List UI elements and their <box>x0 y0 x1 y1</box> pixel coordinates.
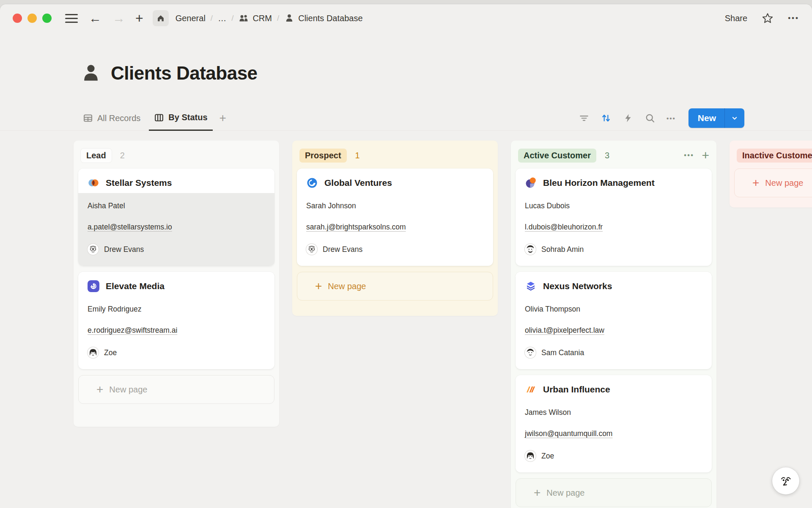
column-prospect: Prospect 1 Global Ventures Sarah Johnson… <box>292 141 498 316</box>
plus-icon: + <box>96 384 103 395</box>
column-count: 2 <box>120 151 125 160</box>
column-active-customer: Active Customer 3 ••• + Bleu Horizon Man… <box>511 141 716 508</box>
breadcrumb-separator: / <box>231 14 233 23</box>
forward-arrow-icon[interactable]: → <box>112 12 125 25</box>
new-record-button[interactable]: New <box>689 108 744 128</box>
status-badge-inactive-customer[interactable]: Inactive Customer <box>737 149 812 163</box>
breadcrumb-general[interactable]: General <box>176 14 206 23</box>
owner-name: Zoe <box>104 348 117 357</box>
contact-email-link[interactable]: a.patel@stellarsystems.io <box>88 223 265 232</box>
contact-email-link[interactable]: olivia.t@pixelperfect.law <box>525 326 702 335</box>
new-page-button-inactive-customer[interactable]: + New page <box>734 168 812 197</box>
view-options-icon[interactable]: ••• <box>667 115 676 122</box>
sam-avatar <box>525 347 536 358</box>
contact-email-link[interactable]: sarah.j@brightsparksolns.com <box>306 223 484 232</box>
person-icon <box>284 13 294 23</box>
minimize-window-button[interactable] <box>27 14 37 23</box>
tab-all-records[interactable]: All Records <box>78 106 145 131</box>
tab-by-status[interactable]: By Status <box>149 106 212 131</box>
contact-email-link[interactable]: e.rodriguez@swiftstream.ai <box>88 326 265 335</box>
close-window-button[interactable] <box>13 14 22 23</box>
card-global-ventures[interactable]: Global Ventures Sarah Johnson sarah.j@br… <box>297 168 493 266</box>
card-nexus-networks[interactable]: Nexus Networks Olivia Thompson olivia.t@… <box>516 272 712 369</box>
breadcrumb-separator: / <box>211 14 213 23</box>
stripes-icon <box>525 384 537 395</box>
sort-icon[interactable] <box>601 113 612 124</box>
page-header: Clients Database <box>80 63 258 84</box>
new-button-label: New <box>689 113 724 123</box>
assistant-face-button[interactable] <box>772 467 799 494</box>
new-page-button-active-customer[interactable]: + New page <box>516 478 712 507</box>
search-icon[interactable] <box>645 113 656 124</box>
chevron-down-icon[interactable] <box>725 114 744 122</box>
zoe-avatar <box>525 450 536 461</box>
back-arrow-icon[interactable]: ← <box>89 12 102 25</box>
more-options-icon[interactable]: ••• <box>788 14 799 22</box>
new-tab-plus-icon[interactable]: + <box>135 11 143 26</box>
contact-name: Lucas Dubois <box>525 202 702 210</box>
contact-name: Olivia Thompson <box>525 305 702 314</box>
column-header-inactive-customer: Inactive Customer <box>734 146 812 165</box>
column-header-lead: Lead 2 <box>78 146 274 165</box>
spiral-icon <box>88 280 99 292</box>
plus-icon: + <box>315 280 322 292</box>
app-window: ← → + General / … / CRM / Clients Databa… <box>0 4 812 508</box>
favorite-star-icon[interactable] <box>762 12 774 24</box>
share-button[interactable]: Share <box>725 14 747 23</box>
card-title: Stellar Systems <box>106 178 172 188</box>
card-stellar-systems[interactable]: Stellar Systems Aisha Patel a.patel@stel… <box>78 168 274 266</box>
card-bleu-horizon-management[interactable]: Bleu Horizon Management Lucas Dubois l.d… <box>516 168 712 266</box>
column-lead: Lead 2 Stellar Systems Aisha Patel a.pat… <box>74 141 279 427</box>
breadcrumb-separator: / <box>277 14 279 23</box>
owner-row: Zoe <box>88 347 265 358</box>
column-add-card-icon[interactable]: + <box>702 149 709 162</box>
column-header-actions: ••• + <box>684 149 709 162</box>
contact-name: James Wilson <box>525 408 702 417</box>
owner-row: Drew Evans <box>306 244 484 255</box>
owner-row: Zoe <box>525 450 702 461</box>
home-icon <box>156 14 165 23</box>
owner-row: Drew Evans <box>88 244 265 255</box>
new-page-button-prospect[interactable]: + New page <box>297 272 493 301</box>
card-title: Global Ventures <box>324 178 392 188</box>
menu-icon[interactable] <box>65 14 78 23</box>
card-title: Nexus Networks <box>543 281 612 291</box>
breadcrumb-clients-database[interactable]: Clients Database <box>284 13 362 23</box>
owner-name: Drew Evans <box>104 245 144 254</box>
toolbar-controls: ••• New <box>579 105 744 131</box>
breadcrumb-ellipsis[interactable]: … <box>218 14 226 23</box>
status-badge-lead[interactable]: Lead <box>81 149 112 163</box>
layers-icon <box>525 280 537 292</box>
new-page-button-lead[interactable]: + New page <box>78 375 274 404</box>
column-count: 3 <box>605 151 609 160</box>
drew-avatar <box>88 244 99 255</box>
window-controls <box>13 14 52 23</box>
swirl-globe-icon <box>306 177 318 189</box>
status-badge-active-customer[interactable]: Active Customer <box>518 149 596 163</box>
add-view-plus-icon[interactable]: + <box>216 111 230 125</box>
home-button[interactable] <box>153 10 169 26</box>
breadcrumb-crm[interactable]: CRM <box>239 13 272 23</box>
card-elevate-media[interactable]: Elevate Media Emily Rodriguez e.rodrigue… <box>78 272 274 369</box>
column-header-prospect: Prospect 1 <box>297 146 493 165</box>
face-icon <box>777 472 794 489</box>
zoom-window-button[interactable] <box>42 14 52 23</box>
titlebar-actions: Share ••• <box>725 12 799 24</box>
owner-name: Zoe <box>541 452 554 461</box>
column-options-icon[interactable]: ••• <box>684 152 694 159</box>
owner-name: Sohrab Amin <box>541 245 584 254</box>
card-urban-influence[interactable]: Urban Influence James Wilson jwilson@qua… <box>516 375 712 472</box>
contact-email-link[interactable]: l.dubois@bleuhorizon.fr <box>525 223 702 232</box>
board-icon <box>154 113 164 123</box>
table-icon <box>83 113 93 123</box>
filter-icon[interactable] <box>579 113 590 124</box>
page-title: Clients Database <box>111 63 258 84</box>
breadcrumb: General / … / CRM / Clients Database <box>176 13 363 23</box>
drew-avatar <box>306 244 317 255</box>
card-title: Elevate Media <box>106 281 165 291</box>
status-badge-prospect[interactable]: Prospect <box>299 149 347 163</box>
card-title: Urban Influence <box>543 384 610 395</box>
contact-email-link[interactable]: jwilson@quantumquill.com <box>525 429 702 438</box>
automation-bolt-icon[interactable] <box>623 113 634 124</box>
contact-name: Aisha Patel <box>88 202 265 210</box>
